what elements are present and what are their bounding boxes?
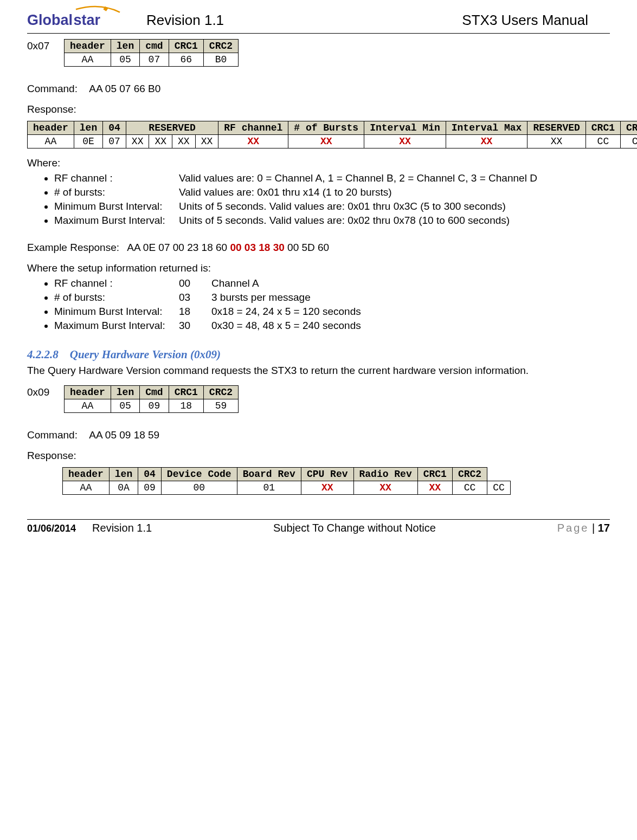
td: 59 [203, 399, 238, 413]
th: len [109, 468, 138, 481]
td-red: XX [353, 481, 417, 495]
th: Cmd [140, 386, 169, 399]
th: 04 [138, 468, 162, 481]
td-red: XX [446, 135, 527, 148]
td-red: XX [364, 135, 446, 148]
cmd-0x07-table: header len cmd CRC1 CRC2 AA 05 07 66 B0 [64, 39, 239, 67]
cmd-0x09-table: header len Cmd CRC1 CRC2 AA 05 09 18 59 [64, 385, 239, 413]
td: B0 [203, 53, 238, 67]
td: 00 [161, 481, 237, 495]
list-item: Maximum Burst Interval:Units of 5 second… [54, 215, 610, 227]
section-intro: The Query Hardware Version command reque… [27, 365, 610, 377]
footer-page: Page | 17 [557, 522, 610, 534]
td: AA [28, 135, 74, 148]
li-code: 03 [179, 292, 211, 303]
response-label: Response: [27, 104, 610, 115]
manual-title: STX3 Users Manual [462, 12, 588, 29]
th: header [65, 386, 111, 399]
example-list: RF channel :00Channel A # of bursts:033 … [54, 277, 610, 332]
list-item: Minimum Burst Interval:Units of 5 second… [54, 201, 610, 212]
page-bar: | [589, 522, 597, 534]
li-code: 00 [179, 277, 211, 289]
td: XX [527, 135, 585, 148]
th: CRC1 [417, 468, 452, 481]
command-value: AA 05 07 66 B0 [89, 83, 160, 94]
td: 05 [111, 399, 139, 413]
th: header [65, 40, 111, 53]
li-key: RF channel : [54, 172, 179, 184]
li-key: # of bursts: [54, 186, 179, 198]
td: AA [65, 53, 111, 67]
logo: Global star [27, 5, 125, 30]
cmd-0x07-label: 0x07 [27, 39, 54, 52]
th: Radio Rev [353, 468, 417, 481]
td: 09 [138, 481, 162, 495]
th: CPU Rev [301, 468, 353, 481]
th: CRC1 [169, 386, 203, 399]
cmd-0x07-block: 0x07 header len cmd CRC1 CRC2 AA 05 07 6… [27, 39, 610, 67]
footer-rev: Revision 1.1 [92, 522, 152, 534]
example-post: 00 5D 60 [285, 242, 329, 253]
doc-titles: Revision 1.1 STX3 Users Manual [146, 12, 610, 30]
li-val: Valid values are: 0 = Channel A, 1 = Cha… [179, 172, 537, 184]
td: 07 [140, 53, 169, 67]
command-value: AA 05 09 18 59 [89, 429, 159, 441]
li-key: # of bursts: [54, 292, 179, 303]
command-label: Command: [27, 83, 87, 95]
td: CC [487, 481, 511, 495]
cmd-0x09-label: 0x09 [27, 385, 54, 398]
th: len [111, 40, 139, 53]
footer-date: 01/06/2014 [27, 523, 76, 534]
li-val: Valid values are: 0x01 thru x14 (1 to 20… [179, 186, 392, 198]
footer-rule [27, 519, 610, 520]
command-line-9: Command: AA 05 09 18 59 [27, 429, 610, 441]
td: XX [195, 135, 218, 148]
th: len [111, 386, 139, 399]
td: 0A [109, 481, 138, 495]
td: XX [149, 135, 172, 148]
globalstar-logo-icon: Global star [27, 5, 125, 30]
svg-text:star: star [74, 12, 101, 28]
footer-notice: Subject To Change without Notice [168, 522, 541, 534]
th: CRC2 [203, 40, 238, 53]
resp-0x07-table: header len 04 RESERVED RF channel # of B… [27, 121, 637, 148]
th: len [74, 121, 102, 135]
th: cmd [140, 40, 169, 53]
th: Interval Min [364, 121, 446, 135]
header-rule [27, 33, 610, 34]
td: 01 [237, 481, 301, 495]
th: RESERVED [527, 121, 585, 135]
li-val: 0x18 = 24, 24 x 5 = 120 seconds [211, 306, 361, 317]
td-red: XX [218, 135, 288, 148]
list-item: # of bursts:033 bursts per message [54, 292, 610, 303]
th: CRC2 [621, 121, 637, 135]
li-key: Minimum Burst Interval: [54, 201, 179, 212]
response-label-9: Response: [27, 450, 610, 462]
th: Board Rev [237, 468, 301, 481]
page-label: Page [557, 522, 589, 534]
td: 09 [140, 399, 169, 413]
list-item: RF channel :Valid values are: 0 = Channe… [54, 172, 610, 184]
heading-text: Query Hardware Version (0x09) [70, 348, 221, 361]
revision-label: Revision 1.1 [146, 12, 224, 29]
li-code: 30 [179, 320, 211, 332]
list-item: RF channel :00Channel A [54, 277, 610, 289]
document-page: Global star Revision 1.1 STX3 Users Manu… [0, 0, 637, 545]
where-label: Where: [27, 157, 610, 169]
th: header [63, 468, 110, 481]
td: 05 [111, 53, 139, 67]
svg-text:Global: Global [27, 12, 73, 28]
li-val: 0x30 = 48, 48 x 5 = 240 seconds [211, 320, 361, 331]
td: 18 [169, 399, 203, 413]
li-code: 18 [179, 306, 211, 318]
where-list: RF channel :Valid values are: 0 = Channe… [54, 172, 610, 227]
resp-0x09-wrap: header len 04 Device Code Board Rev CPU … [57, 467, 610, 495]
td-red: XX [417, 481, 452, 495]
page-number: 17 [598, 522, 610, 534]
resp-0x09-table: header len 04 Device Code Board Rev CPU … [62, 467, 511, 495]
command-line: Command: AA 05 07 66 B0 [27, 83, 610, 95]
td-red: XX [288, 135, 364, 148]
list-item: Minimum Burst Interval:180x18 = 24, 24 x… [54, 306, 610, 318]
th: CRC1 [585, 121, 620, 135]
th: Device Code [161, 468, 237, 481]
